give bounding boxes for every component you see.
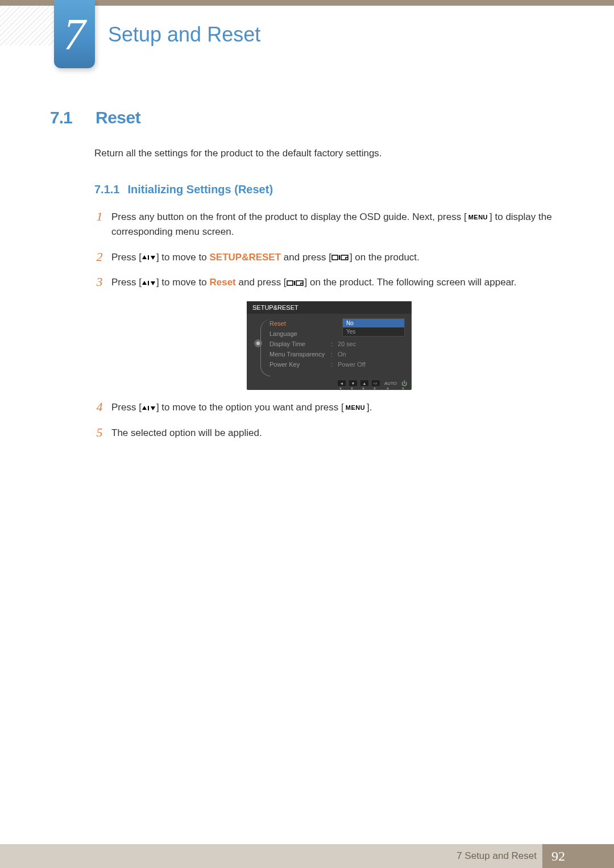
svg-rect-3 [332,255,338,260]
osd-value-display-time: 20 sec [338,340,356,347]
subsection-title: Initializing Settings (Reset) [127,183,273,196]
menu-button-label: MENU [467,214,489,221]
svg-marker-8 [151,281,155,285]
source-enter-icon [331,254,350,261]
text-fragment: Press any button on the front of the pro… [111,211,467,222]
section-number: 7.1 [50,108,96,127]
svg-rect-13 [148,406,149,410]
osd-option-no: No [343,319,404,327]
osd-menu-item-transparency: Menu Transparency [269,349,331,359]
svg-rect-1 [148,255,149,260]
step-5: 5 The selected option will be applied. [94,426,564,441]
section-heading: 7.1 Reset [50,108,564,127]
text-fragment: Press [ [111,277,142,288]
osd-up-icon: ▲ [360,380,368,386]
osd-value-transparency: On [338,351,346,358]
step-number: 5 [94,426,105,439]
osd-menu-item-reset: Reset [269,318,331,329]
step-number: 2 [94,250,105,264]
text-fragment: ] to move to [156,252,210,263]
osd-screenshot: SETUP&RESET Reset Language Display Time … [247,301,412,390]
osd-icon-column [247,317,269,369]
osd-footer-buttons: ◄ ▼ ▲ ▭ AUTO ⏻ [247,379,412,388]
text-fragment: and press [ [236,277,287,288]
osd-option-yes: Yes [343,327,404,336]
text-fragment: ] on the product. The following screen w… [305,277,517,288]
osd-body: Reset Language Display Time Menu Transpa… [247,314,412,379]
subsection-heading: 7.1.1 Initializing Settings (Reset) [94,183,564,196]
step-number: 4 [94,400,105,414]
svg-marker-2 [151,256,155,260]
text-fragment: ] to move to [156,277,210,288]
text-fragment: Press [ [111,252,142,263]
step-text: Press [] to move to Reset and press [] o… [111,275,564,290]
step-number: 3 [94,275,105,289]
svg-marker-14 [151,406,155,410]
text-fragment: ] to move to the option you want and pre… [156,402,344,413]
osd-down-icon: ▼ [349,380,357,386]
osd-auto-label: AUTO [383,381,398,386]
osd-menu-list: Reset Language Display Time Menu Transpa… [269,317,331,369]
svg-rect-4 [339,255,340,260]
step-text: Press [] to move to the option you want … [111,400,564,415]
osd-value-power-key: Power Off [338,361,366,368]
svg-rect-10 [294,281,295,285]
text-fragment: Press [ [111,402,142,413]
footer-chapter-label: 7 Setup and Reset [457,850,537,862]
svg-rect-7 [148,281,149,285]
osd-bracket-decoration [260,319,271,376]
section-title: Reset [96,108,140,127]
step-text: Press [] to move to SETUP&RESET and pres… [111,250,564,265]
osd-menu-item-language: Language [269,329,331,339]
section-description: Return all the settings for the product … [94,148,564,159]
text-fragment: ]. [367,402,372,413]
up-down-icon [142,280,156,286]
menu-button-label: MENU [344,405,367,411]
page-number: 92 [542,844,574,868]
subsection-number: 7.1.1 [94,183,119,196]
step-2: 2 Press [] to move to SETUP&RESET and pr… [94,250,564,265]
highlighted-term: Reset [209,277,235,288]
step-number: 1 [94,210,105,223]
steps-list: 1 Press any button on the front of the p… [94,210,564,441]
page-content: 7.1 Reset Return all the settings for th… [50,108,564,451]
text-fragment: ] on the product. [350,252,420,263]
page-footer: 7 Setup and Reset 92 [0,844,614,868]
svg-marker-12 [142,406,147,410]
up-down-icon [142,254,156,261]
step-1: 1 Press any button on the front of the p… [94,210,564,240]
osd-dropdown: No Yes [342,318,405,337]
osd-menu-item-power-key: Power Key [269,359,331,369]
osd-title: SETUP&RESET [247,301,412,314]
svg-marker-0 [142,255,147,259]
osd-enter-icon: ▭ [372,380,380,386]
source-enter-icon [287,280,305,286]
step-text: Press any button on the front of the pro… [111,210,564,240]
footer-accent-strip [574,844,614,868]
chapter-number: 7 [64,9,86,60]
chapter-title: Setup and Reset [108,23,260,47]
up-down-icon [142,405,156,412]
svg-marker-6 [142,281,147,285]
osd-menu-item-display-time: Display Time [269,339,331,349]
osd-back-icon: ◄ [338,380,346,386]
svg-rect-9 [287,281,293,285]
step-3: 3 Press [] to move to Reset and press []… [94,275,564,290]
step-4: 4 Press [] to move to the option you wan… [94,400,564,415]
text-fragment: and press [ [281,252,331,263]
highlighted-term: SETUP&RESET [209,252,281,263]
osd-power-icon: ⏻ [401,380,407,386]
step-text: The selected option will be applied. [111,426,564,441]
chapter-tab: 7 [54,0,95,68]
